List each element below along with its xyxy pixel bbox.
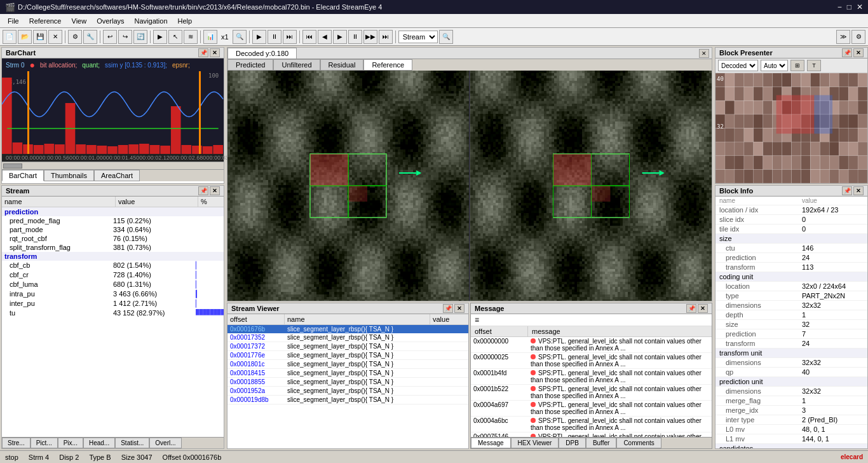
sv-row-2[interactable]: 0x00017372 slice_segment_layer_rbsp(){ T…: [227, 342, 468, 351]
stream-pin[interactable]: 📌: [198, 186, 208, 195]
tb-prev[interactable]: ⏮: [302, 30, 316, 44]
maximize-button[interactable]: □: [847, 3, 851, 11]
sv-row-selected[interactable]: 0x0001676b slice_segment_layer_rbsp(){ T…: [227, 325, 468, 333]
sv-row-4[interactable]: 0x0001801c slice_segment_layer_rbsp(){ T…: [227, 360, 468, 369]
sv-row-1[interactable]: 0x00017352 slice_segment_layer_rbsp(){ T…: [227, 333, 468, 342]
tb-save[interactable]: 💾: [33, 30, 47, 44]
stream-title: Stream 📌 ✕: [2, 186, 224, 197]
menu-view[interactable]: View: [67, 16, 92, 26]
tab-predicted[interactable]: Predicted: [227, 59, 273, 71]
sv-table-body[interactable]: 0x0001676b slice_segment_layer_rbsp(){ T…: [227, 325, 468, 448]
stream-tab-pict[interactable]: Pict...: [31, 438, 58, 448]
tb-more[interactable]: ≫: [836, 30, 850, 44]
tb-play1[interactable]: ▶: [252, 30, 266, 44]
close-button[interactable]: ✕: [857, 3, 863, 11]
stream-controls: 📌 ✕: [198, 186, 220, 195]
bi-row-l0mv: L0 mv 48, 0, 1: [715, 425, 867, 434]
bp-grid-btn[interactable]: ⊞: [790, 60, 804, 71]
tb-next[interactable]: ⏭: [379, 30, 393, 44]
msg-tab-buffer[interactable]: Buffer: [586, 438, 617, 448]
tb-settings2[interactable]: ⚙: [851, 30, 865, 44]
bi-row-l1mv: L1 mv 144, 0, 1: [715, 434, 867, 444]
tab-areachart[interactable]: AreaChart: [94, 170, 140, 181]
tab-thumbnails[interactable]: Thumbnails: [44, 170, 94, 181]
tb-pointer[interactable]: ↖: [168, 30, 182, 44]
menu-help[interactable]: Help: [173, 16, 198, 26]
bp-auto-select[interactable]: Auto: [761, 60, 788, 71]
tb-waveform[interactable]: ≋: [184, 30, 198, 44]
tb-pause[interactable]: ⏸: [348, 30, 362, 44]
tb-zoom[interactable]: 🔍: [233, 30, 247, 44]
msg-tab-hex[interactable]: HEX Viewer: [511, 438, 559, 448]
window-title: D:/CollegeStuff/research/softwares/HM-So…: [18, 3, 382, 11]
sv-row-6[interactable]: 0x00018855 slice_segment_layer_rbsp(){ T…: [227, 378, 468, 387]
bi-close[interactable]: ✕: [853, 186, 864, 195]
barchart-pin[interactable]: 📌: [198, 48, 208, 57]
sv-pin[interactable]: 📌: [443, 304, 453, 313]
menu-reference[interactable]: Reference: [24, 16, 67, 26]
sv-row-5[interactable]: 0x00018415 slice_segment_layer_rbsp(){ T…: [227, 369, 468, 378]
tb-cursor[interactable]: ▶: [153, 30, 167, 44]
tb-redo[interactable]: ↪: [118, 30, 132, 44]
tb-graph[interactable]: 📊: [203, 30, 217, 44]
tb-play-fwd[interactable]: ▶: [333, 30, 347, 44]
bi-pin[interactable]: 📌: [842, 186, 852, 195]
tb-new[interactable]: 📄: [3, 30, 17, 44]
x-label-5: 00:00:02.680: [173, 155, 207, 161]
stream-table-body[interactable]: prediction pred_mode_flag 115 (0.22%) pa…: [2, 207, 224, 437]
msg-pin[interactable]: 📌: [686, 304, 696, 313]
tb-undo[interactable]: ↩: [103, 30, 117, 44]
menu-file[interactable]: File: [3, 16, 24, 26]
menu-overlays[interactable]: Overlays: [92, 16, 129, 26]
tab-barchart[interactable]: BarChart: [2, 170, 44, 181]
tb-open[interactable]: 📂: [18, 30, 32, 44]
status-offset: Offset 0x0001676b: [163, 453, 222, 461]
tab-unfiltered[interactable]: Unfiltered: [273, 59, 320, 71]
stream-tab-stat[interactable]: Statist...: [115, 438, 149, 448]
sv-row-8[interactable]: 0x000019d8b slice_segment_layer_rbsp(){ …: [227, 396, 468, 404]
stream-close[interactable]: ✕: [210, 186, 220, 195]
msg-tab-message[interactable]: Message: [471, 438, 511, 448]
warn-dot-1: [531, 354, 536, 359]
msg-close[interactable]: ✕: [698, 304, 708, 313]
sv-close[interactable]: ✕: [454, 304, 465, 313]
bi-row-tu-dim: dimensions 32x32: [715, 358, 867, 368]
barchart-scrollbar[interactable]: [2, 162, 224, 169]
bp-close[interactable]: ✕: [853, 48, 864, 57]
barchart-close[interactable]: ✕: [210, 48, 220, 57]
tb-step[interactable]: ⏭: [283, 30, 297, 44]
tb-next-frame[interactable]: ▶▶: [363, 30, 377, 44]
sv-row-7[interactable]: 0x0001952a slice_segment_layer_rbsp(){ T…: [227, 387, 468, 396]
tb-settings[interactable]: ⚙: [68, 30, 82, 44]
bp-mode-select[interactable]: Decoded: [718, 60, 758, 71]
msg-filter-btn[interactable]: ≡: [471, 314, 712, 326]
video-mode-tabs: Predicted Unfiltered Residual Reference: [227, 59, 712, 71]
bp-text-btn[interactable]: T: [807, 60, 821, 71]
msg-tab-dpb[interactable]: DPB: [559, 438, 586, 448]
tb-prev-frame[interactable]: ◀: [318, 30, 332, 44]
minimize-button[interactable]: −: [837, 3, 842, 11]
tb-close[interactable]: ✕: [48, 30, 62, 44]
msg-tab-comments[interactable]: Comments: [616, 438, 661, 448]
barchart-canvas-area[interactable]: [2, 71, 224, 154]
sv-row-3[interactable]: 0x0001776e slice_segment_layer_rbsp(){ T…: [227, 351, 468, 360]
stream-tab-head[interactable]: Head...: [83, 438, 115, 448]
left-video-frame: [227, 71, 470, 301]
stream-tab-stre[interactable]: Stre...: [2, 438, 31, 448]
bi-row-cu-transform: transform 24: [715, 339, 867, 349]
stream-tab-overl[interactable]: Overl...: [149, 438, 181, 448]
tab-decoded[interactable]: Decoded y:0.180: [227, 48, 297, 59]
video-close[interactable]: ✕: [699, 49, 709, 58]
scrollbar-thumb[interactable]: [3, 163, 22, 169]
tab-residual[interactable]: Residual: [320, 59, 364, 71]
tb-play2[interactable]: ⏸: [268, 30, 281, 44]
stream-tab-pix[interactable]: Pix...: [58, 438, 83, 448]
stream-dropdown[interactable]: Stream: [398, 31, 438, 43]
tb-search[interactable]: 🔍: [439, 30, 453, 44]
tb-reload[interactable]: 🔄: [133, 30, 147, 44]
msg-table-body[interactable]: 0x00000000 VPS:PTL. general_level_idc sh…: [471, 337, 712, 437]
tab-reference[interactable]: Reference: [363, 59, 412, 71]
tb-config[interactable]: 🔧: [83, 30, 97, 44]
bp-pin[interactable]: 📌: [842, 48, 852, 57]
menu-navigation[interactable]: Navigation: [130, 16, 173, 26]
